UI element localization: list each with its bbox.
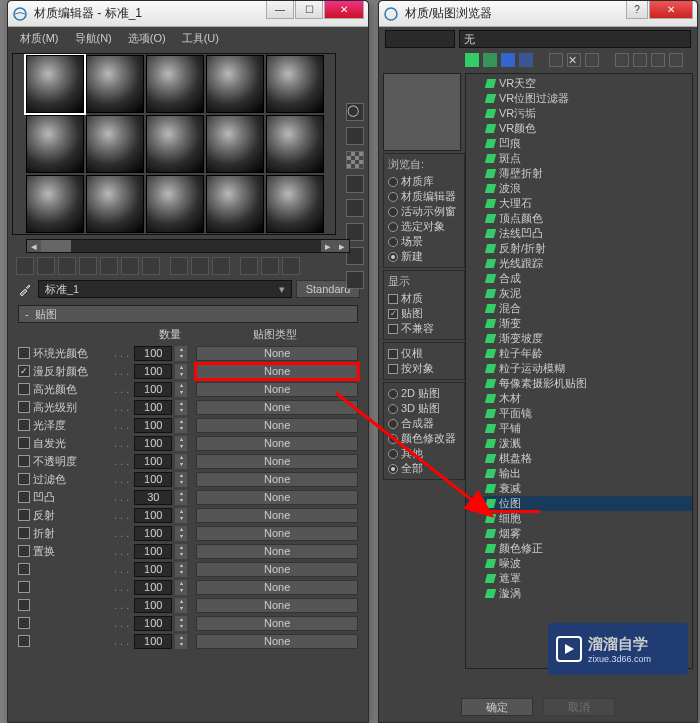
tree-node[interactable]: 漩涡	[466, 586, 692, 601]
help-button[interactable]: ?	[626, 1, 648, 19]
tree-node[interactable]: 泼溅	[466, 436, 692, 451]
delete-icon[interactable]: ✕	[567, 53, 581, 67]
lib-save-icon[interactable]	[651, 53, 665, 67]
map-slot-button[interactable]: None	[196, 382, 358, 397]
tree-node[interactable]: 位图	[466, 496, 692, 511]
map-enable-checkbox[interactable]	[18, 581, 30, 593]
video-check-icon[interactable]	[346, 199, 364, 217]
maps-rollup-header[interactable]: 贴图	[18, 305, 358, 323]
tree-node[interactable]: 凹痕	[466, 136, 692, 151]
tree-node[interactable]: 合成	[466, 271, 692, 286]
map-amount-spinner[interactable]: 100	[134, 526, 172, 541]
close-button[interactable]: ✕	[649, 1, 693, 19]
spinner-buttons[interactable]: ▴▾	[175, 616, 187, 631]
map-slot-button[interactable]: None	[196, 346, 358, 361]
map-slot-button[interactable]: None	[196, 580, 358, 595]
slot[interactable]	[86, 115, 144, 173]
map-amount-spinner[interactable]: 100	[134, 400, 172, 415]
slot[interactable]	[26, 55, 84, 113]
map-amount-spinner[interactable]: 100	[134, 580, 172, 595]
tree-node[interactable]: 遮罩	[466, 571, 692, 586]
slot[interactable]	[146, 55, 204, 113]
map-enable-checkbox[interactable]	[18, 509, 30, 521]
spinner-buttons[interactable]: ▴▾	[175, 472, 187, 487]
map-slot-button[interactable]: None	[196, 364, 358, 379]
slot[interactable]	[86, 55, 144, 113]
slot[interactable]	[146, 175, 204, 233]
close-button[interactable]: ✕	[324, 1, 364, 19]
map-slot-button[interactable]: None	[196, 634, 358, 649]
slot[interactable]	[26, 175, 84, 233]
spinner-buttons[interactable]: ▴▾	[175, 634, 187, 649]
tree-node[interactable]: 颜色修正	[466, 541, 692, 556]
slot[interactable]	[26, 115, 84, 173]
search-field[interactable]: 无	[459, 30, 691, 48]
maximize-button[interactable]: ☐	[295, 1, 323, 19]
map-enable-checkbox[interactable]	[18, 545, 30, 557]
show-result-icon[interactable]	[212, 257, 230, 275]
tree-node[interactable]: 法线凹凸	[466, 226, 692, 241]
tree-node[interactable]: 薄壁折射	[466, 166, 692, 181]
mat-titlebar[interactable]: 材质编辑器 - 标准_1 — ☐ ✕	[8, 1, 368, 27]
cancel-button[interactable]: 取消	[543, 698, 615, 716]
map-enable-checkbox[interactable]	[18, 347, 30, 359]
lib-merge-icon[interactable]	[633, 53, 647, 67]
tree-node[interactable]: 平铺	[466, 421, 692, 436]
slot[interactable]	[266, 55, 324, 113]
clear-icon[interactable]	[585, 53, 599, 67]
lib-open-icon[interactable]	[615, 53, 629, 67]
map-amount-spinner[interactable]: 100	[134, 562, 172, 577]
map-slot-button[interactable]: None	[196, 598, 358, 613]
reset-icon[interactable]	[79, 257, 97, 275]
eyedropper-icon[interactable]	[16, 280, 34, 298]
view-thumb-icon[interactable]	[501, 53, 515, 67]
ok-button[interactable]: 确定	[461, 698, 533, 716]
select-by-material-icon[interactable]	[346, 271, 364, 289]
map-amount-spinner[interactable]: 100	[134, 472, 172, 487]
map-slot-button[interactable]: None	[196, 508, 358, 523]
make-unique-icon[interactable]	[121, 257, 139, 275]
menu-materials[interactable]: 材质(M)	[14, 29, 65, 48]
backlight-icon[interactable]	[346, 127, 364, 145]
spinner-buttons[interactable]: ▴▾	[175, 364, 187, 379]
filter-radio[interactable]	[388, 434, 398, 444]
tree-node[interactable]: VR位图过滤器	[466, 91, 692, 106]
browse-from-radio[interactable]	[388, 177, 398, 187]
slots-hscroll[interactable]: ◂▸▸	[26, 239, 350, 253]
lib-saveas-icon[interactable]	[669, 53, 683, 67]
map-enable-checkbox[interactable]	[18, 383, 30, 395]
browse-from-radio[interactable]	[388, 192, 398, 202]
browse-from-radio[interactable]	[388, 252, 398, 262]
spinner-buttons[interactable]: ▴▾	[175, 418, 187, 433]
tree-node[interactable]: 每像素摄影机贴图	[466, 376, 692, 391]
material-id-icon[interactable]	[170, 257, 188, 275]
map-slot-button[interactable]: None	[196, 418, 358, 433]
map-enable-checkbox[interactable]	[18, 599, 30, 611]
slot[interactable]	[206, 175, 264, 233]
put-to-library-icon[interactable]	[142, 257, 160, 275]
menu-options[interactable]: 选项(O)	[122, 29, 172, 48]
root-checkbox[interactable]	[388, 349, 398, 359]
map-enable-checkbox[interactable]	[18, 401, 30, 413]
go-forward-icon[interactable]	[261, 257, 279, 275]
filter-radio[interactable]	[388, 404, 398, 414]
slot[interactable]	[266, 115, 324, 173]
map-slot-button[interactable]: None	[196, 400, 358, 415]
tree-node[interactable]: VR天空	[466, 76, 692, 91]
tree-node[interactable]: 渐变	[466, 316, 692, 331]
spinner-buttons[interactable]: ▴▾	[175, 490, 187, 505]
sample-type-icon[interactable]: ◯	[346, 103, 364, 121]
map-slot-button[interactable]: None	[196, 526, 358, 541]
assign-icon[interactable]	[58, 257, 76, 275]
map-slot-button[interactable]: None	[196, 454, 358, 469]
map-amount-spinner[interactable]: 100	[134, 634, 172, 649]
tree-node[interactable]: 噪波	[466, 556, 692, 571]
filter-radio[interactable]	[388, 389, 398, 399]
map-enable-checkbox[interactable]	[18, 617, 30, 629]
view-list-icon[interactable]	[465, 53, 479, 67]
tree-node[interactable]: 棋盘格	[466, 451, 692, 466]
go-sibling-icon[interactable]	[282, 257, 300, 275]
tree-node[interactable]: 平面镜	[466, 406, 692, 421]
tree-node[interactable]: 斑点	[466, 151, 692, 166]
tree-node[interactable]: 细胞	[466, 511, 692, 526]
